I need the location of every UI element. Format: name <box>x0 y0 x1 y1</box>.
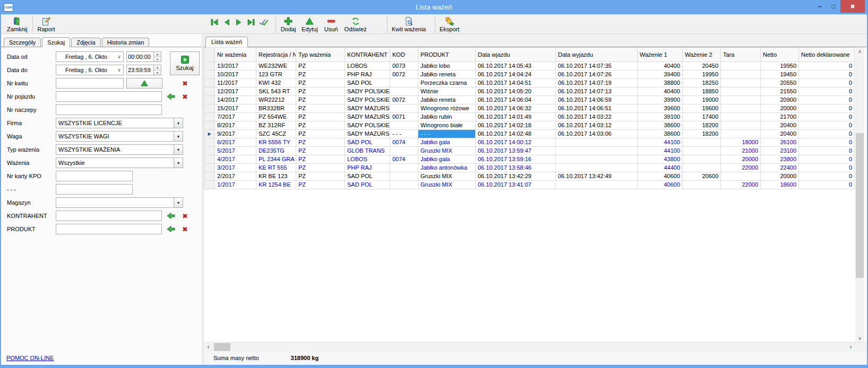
table-row[interactable]: 8/2017BZ 312RFPZSADY POLSKIEWinogrono bi… <box>204 121 855 130</box>
cell[interactable]: Jabłko antonówka <box>418 164 476 172</box>
table-row[interactable]: 12/2017SKL 543 RTPZSADY POLSKIEWiśnie06.… <box>204 87 855 96</box>
cell[interactable]: 0 <box>799 113 855 121</box>
cell[interactable]: 39600 <box>638 104 683 113</box>
cell[interactable]: Wiśnie <box>418 87 476 96</box>
cell[interactable] <box>390 147 418 155</box>
cell[interactable]: 0 <box>799 130 855 138</box>
cell[interactable]: 21550 <box>761 87 799 96</box>
table-row[interactable]: 11/2017KWI 432PZSAD POLPorzeczka czarna0… <box>204 79 855 87</box>
cell[interactable]: 06.10.2017 14:03:12 <box>556 121 638 130</box>
cell[interactable]: 0 <box>799 164 855 172</box>
cell[interactable]: SZC 45CZ <box>256 130 296 138</box>
cell[interactable]: 20900 <box>761 96 799 104</box>
table-row[interactable]: 5/2017DE235TGPZGLOB TRANSGruszki MIX06.1… <box>204 147 855 155</box>
kwit-lookup-button[interactable] <box>126 78 162 89</box>
cell[interactable]: 20000 <box>721 155 761 164</box>
cell[interactable]: KR 5556 TY <box>256 138 296 147</box>
cell[interactable] <box>390 121 418 130</box>
cell[interactable] <box>721 104 761 113</box>
cell[interactable]: 40400 <box>638 87 683 96</box>
cell[interactable]: SADY POLSKIE <box>345 121 390 130</box>
cell[interactable]: KR 1254 BE <box>256 181 296 189</box>
cell[interactable]: Jabłko reneta <box>418 96 476 104</box>
cell[interactable]: 06.10.2017 14:01:49 <box>476 113 556 121</box>
cell[interactable]: 3/2017 <box>215 164 256 172</box>
column-header[interactable]: Netto <box>761 48 799 62</box>
column-header[interactable]: Typ ważenia <box>296 48 345 62</box>
firma-combo[interactable]: WSZYSTKIE LICENCJE ▼ <box>56 118 183 128</box>
cell[interactable]: 06.10.2017 13:59:47 <box>476 147 556 155</box>
scroll-left-button[interactable]: ‹ <box>204 343 213 352</box>
cell[interactable]: BR332BR <box>256 104 296 113</box>
cell[interactable]: 7/2017 <box>215 113 256 121</box>
cell[interactable]: SAD POL <box>345 138 390 147</box>
cell[interactable]: 20000 <box>761 172 799 181</box>
cell[interactable] <box>390 181 418 189</box>
cell[interactable]: 06.10.2017 14:06:59 <box>556 96 638 104</box>
tab-zdjecia[interactable]: Zdjęcia <box>71 38 100 47</box>
cell[interactable] <box>721 121 761 130</box>
cell[interactable]: PZ <box>296 164 345 172</box>
kwit-wazenia-button[interactable]: Kwit ważenia <box>389 15 428 32</box>
cell[interactable] <box>390 164 418 172</box>
table-row[interactable]: 6/2017KR 5556 TYPZSAD POL0074Jabłko gala… <box>204 138 855 147</box>
cell[interactable] <box>390 172 418 181</box>
cell[interactable]: 44400 <box>638 164 683 172</box>
tab-szczegoly[interactable]: Szczegóły <box>4 38 41 47</box>
cell[interactable]: Winogrono różowe <box>418 104 476 113</box>
column-header[interactable]: KOD <box>390 48 418 62</box>
cell[interactable]: 40400 <box>638 62 683 71</box>
cell[interactable] <box>683 147 721 155</box>
table-row[interactable]: 2/2017KR BE 123PZSAD POLGruszki MIX06.10… <box>204 172 855 181</box>
cell[interactable]: SADY MAZURSKIE <box>345 104 390 113</box>
column-header[interactable]: Netto deklarowane <box>799 48 855 62</box>
typ-wazenia-combo[interactable]: WSZYSTKIE WAŻENIA ▼ <box>56 144 183 155</box>
cell[interactable]: 0 <box>799 104 855 113</box>
cell[interactable]: Winogrono białe <box>418 121 476 130</box>
odswiez-button[interactable]: Odśwież <box>342 15 369 32</box>
column-header[interactable]: Rejestracja / Nr <box>256 48 296 62</box>
cell[interactable]: 20400 <box>761 130 799 138</box>
data-do-date-combo[interactable]: Freitag , 6. Okto ∨ <box>56 65 124 75</box>
table-row[interactable]: 13/2017WE232WEPZLOBOS0073Jabłko lobo06.1… <box>204 62 855 71</box>
column-header[interactable]: Tara <box>721 48 761 62</box>
cell[interactable]: PZ <box>296 172 345 181</box>
cell[interactable]: 40600 <box>638 181 683 189</box>
cell[interactable] <box>721 62 761 71</box>
cell[interactable]: SKL 543 RT <box>256 87 296 96</box>
pomoc-online-link[interactable]: POMOC ON-LINE <box>6 355 54 361</box>
spinner-down-icon[interactable]: ▼ <box>154 57 161 62</box>
cell[interactable] <box>556 155 638 164</box>
cell[interactable]: SAD POL <box>345 79 390 87</box>
cell[interactable]: 18600 <box>761 181 799 189</box>
cell[interactable]: PZ <box>296 155 345 164</box>
cell[interactable]: 4/2017 <box>215 155 256 164</box>
clear-pojazd-icon[interactable]: ✖ <box>182 93 188 100</box>
cell[interactable]: 06.10.2017 14:06:32 <box>476 104 556 113</box>
cell[interactable]: 06.10.2017 13:59:16 <box>476 155 556 164</box>
cell[interactable]: 38800 <box>638 79 683 87</box>
table-row[interactable]: ▶9/2017SZC 45CZPZSADY MAZURSKIE- - -- - … <box>204 130 855 138</box>
chevron-down-icon[interactable]: ∨ <box>115 67 123 73</box>
edytuj-button[interactable]: Edytuj <box>299 15 321 32</box>
column-header[interactable]: Nr ważenia <box>215 48 256 62</box>
cell[interactable]: 11/2017 <box>215 79 256 87</box>
cell[interactable]: 19600 <box>683 104 721 113</box>
cell[interactable]: Jabłko rubin <box>418 113 476 121</box>
cell[interactable] <box>390 87 418 96</box>
table-row[interactable]: 1/2017KR 1254 BEPZSAD POLGruszki MIX06.1… <box>204 181 855 189</box>
cell[interactable]: 06.10.2017 14:03:22 <box>556 113 638 121</box>
cell[interactable]: PZ <box>296 62 345 71</box>
column-header[interactable]: Data wjazdu <box>476 48 556 62</box>
minimize-button[interactable]: – <box>813 0 827 13</box>
cell[interactable]: SADY MAZURSKIE <box>345 130 390 138</box>
magazyn-combo[interactable]: ▼ <box>56 197 183 208</box>
cell[interactable] <box>721 113 761 121</box>
column-header[interactable]: Ważenie 1 <box>638 48 683 62</box>
data-od-time-field[interactable]: ▲ ▼ <box>126 51 161 62</box>
szukaj-button[interactable]: Szukaj <box>170 51 200 75</box>
cell[interactable]: 5/2017 <box>215 147 256 155</box>
cell[interactable]: 0 <box>799 181 855 189</box>
cell[interactable]: 0 <box>799 71 855 79</box>
data-od-time-spinner[interactable]: ▲ ▼ <box>153 52 161 62</box>
